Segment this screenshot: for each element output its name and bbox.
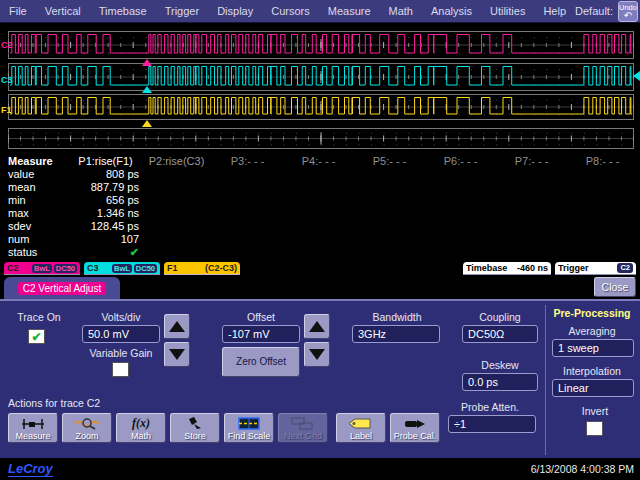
zoom-action-button[interactable]: Zoom	[62, 413, 112, 443]
trace-on-checkbox[interactable]: ✔	[28, 329, 45, 344]
button-label: Label	[350, 431, 372, 441]
measure-table: Measure P1:rise(F1) P2:rise(C3) P3:- - -…	[0, 155, 640, 259]
menu-timebase[interactable]: Timebase	[90, 5, 156, 17]
probe-atten-label: Probe Atten.	[444, 401, 536, 413]
menu-measure[interactable]: Measure	[319, 5, 380, 17]
volts-div-label: Volts/div	[82, 311, 160, 323]
menu-file[interactable]: File	[0, 5, 36, 17]
menu-help[interactable]: Help	[534, 5, 575, 17]
grid-c3	[8, 63, 634, 91]
measure-col-p6[interactable]: P6:- - -	[425, 155, 496, 168]
measure-col-p2[interactable]: P2:rise(C3)	[141, 155, 212, 168]
measure-row-label: mean	[0, 181, 70, 194]
measure-col-p5[interactable]: P5:- - -	[354, 155, 425, 168]
close-button[interactable]: Close	[594, 277, 636, 297]
measure-col-p7[interactable]: P7:- - -	[496, 155, 567, 168]
measure-action-button[interactable]: Measure	[8, 413, 58, 443]
button-label: Find Scale	[228, 431, 271, 441]
zero-offset-button[interactable]: Zero Offset	[222, 347, 300, 377]
measure-row-label: sdev	[0, 220, 70, 233]
find-scale-action-button[interactable]: Find Scale	[224, 413, 274, 443]
bwl-badge: BwL	[112, 264, 132, 273]
down-arrow-icon	[309, 349, 325, 360]
interpolation-label: Interpolation	[548, 365, 636, 377]
measure-col-p1[interactable]: P1:rise(F1)	[70, 155, 141, 168]
timebase-title: Timebase	[466, 263, 507, 273]
menu-cursors[interactable]: Cursors	[262, 5, 319, 17]
datetime-display: 6/13/2008 4:00:38 PM	[531, 463, 634, 475]
measure-row-label: max	[0, 207, 70, 220]
trigger-marker-f1[interactable]	[142, 120, 152, 127]
trigger-marker-c2[interactable]	[142, 59, 152, 66]
interpolation-select[interactable]: Linear	[552, 379, 634, 397]
store-icon	[185, 416, 205, 431]
measure-min: 656 ps	[70, 194, 141, 207]
menu-display[interactable]: Display	[208, 5, 262, 17]
button-label: Store	[184, 431, 206, 441]
tab-c2-vertical-adjust[interactable]: C2 Vertical Adjust	[4, 277, 120, 299]
menu-vertical[interactable]: Vertical	[36, 5, 90, 17]
timebase-offset: -460 ns	[517, 263, 548, 273]
dialog-tab-bar: C2 Vertical Adjust Close	[0, 275, 640, 299]
status-bar: LeCroy 6/13/2008 4:00:38 PM	[0, 458, 640, 480]
next-grid-icon	[290, 416, 316, 431]
measure-row-label: value	[0, 168, 70, 181]
menu-math[interactable]: Math	[380, 5, 422, 17]
fx-icon: f(x)	[132, 416, 150, 431]
volts-div-down-button[interactable]	[164, 342, 190, 367]
trace-label-f1: F1	[1, 105, 12, 115]
grid-c2	[8, 31, 634, 59]
ruler-icon	[20, 416, 46, 431]
menu-trigger[interactable]: Trigger	[156, 5, 208, 17]
button-label: Math	[131, 431, 151, 441]
dc50-badge: DC50	[54, 264, 77, 273]
menu-utilities[interactable]: Utilities	[481, 5, 534, 17]
volts-div-up-button[interactable]	[164, 314, 190, 339]
store-action-button[interactable]: Store	[170, 413, 220, 443]
status-check-icon: ✔	[70, 246, 141, 259]
button-label: Probe Cal.	[394, 431, 437, 441]
offset-field[interactable]: -107 mV	[222, 325, 300, 343]
deskew-field[interactable]: 0.0 ps	[462, 373, 538, 391]
waveform-area: C2 C3 F1 Measure P1:rise(F1) P2:rise(C3)…	[0, 23, 640, 298]
measure-col-p3[interactable]: P3:- - -	[212, 155, 283, 168]
menu-bar: File Vertical Timebase Trigger Display C…	[0, 0, 640, 23]
measure-col-p8[interactable]: P8:- - -	[567, 155, 638, 168]
preprocessing-heading: Pre-Processing	[548, 307, 636, 319]
measure-max: 1.346 ns	[70, 207, 141, 220]
undo-icon: ↶	[619, 12, 637, 20]
averaging-field[interactable]: 1 sweep	[552, 339, 634, 357]
trace-label-c2: C2	[1, 40, 13, 50]
bandwidth-select[interactable]: 3GHz	[352, 325, 440, 343]
measure-row-label: min	[0, 194, 70, 207]
oscilloscope-screen: File Vertical Timebase Trigger Display C…	[0, 0, 640, 480]
measure-row-label: status	[0, 246, 70, 259]
actions-label: Actions for trace C2	[8, 397, 148, 409]
invert-checkbox[interactable]	[586, 421, 603, 436]
trace-label-c3: C3	[1, 75, 13, 85]
offset-up-button[interactable]	[304, 314, 330, 339]
variable-gain-label: Variable Gain	[82, 347, 160, 359]
variable-gain-checkbox[interactable]	[112, 362, 129, 377]
bandwidth-label: Bandwidth	[352, 311, 442, 323]
undo-button[interactable]: Undo ↶	[618, 1, 638, 22]
button-label: Zoom	[75, 431, 98, 441]
offset-down-button[interactable]	[304, 342, 330, 367]
measure-col-p4[interactable]: P4:- - -	[283, 155, 354, 168]
down-arrow-icon	[169, 349, 185, 360]
coupling-select[interactable]: DC50Ω	[462, 325, 538, 343]
magnifier-icon	[74, 416, 100, 431]
volts-div-field[interactable]: 50.0 mV	[82, 325, 160, 343]
probe-cal-action-button[interactable]: Probe Cal.	[390, 413, 440, 443]
up-arrow-icon	[169, 321, 185, 332]
math-action-button[interactable]: f(x) Math	[116, 413, 166, 443]
probe-atten-field[interactable]: ÷1	[448, 415, 536, 433]
descriptor-f1-name: F1	[167, 263, 178, 273]
find-scale-icon	[236, 416, 262, 431]
trigger-marker-c3[interactable]	[142, 86, 152, 93]
label-action-button[interactable]: Label	[336, 413, 386, 443]
menu-analysis[interactable]: Analysis	[422, 5, 481, 17]
measure-value: 808 ps	[70, 168, 141, 181]
deskew-label: Deskew	[462, 359, 538, 371]
level-indicator-c3[interactable]	[633, 71, 640, 81]
